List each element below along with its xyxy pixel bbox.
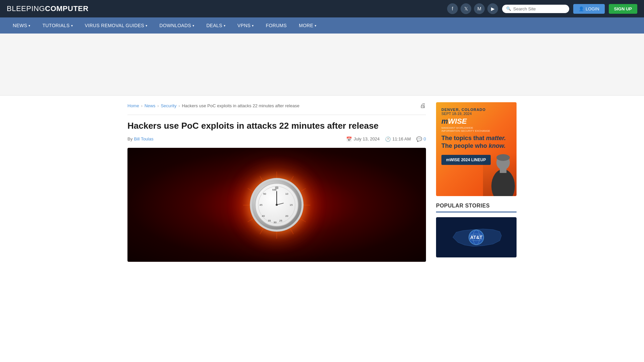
article-date: 📅 July 13, 2024	[346, 136, 379, 142]
stopwatch-face: 5 10 15 20 25 30 35 40 45 50 55	[255, 183, 299, 227]
nav-vpns-label: VPNS	[237, 23, 251, 28]
svg-text:35: 35	[268, 219, 271, 222]
ad-event-name: mWISE	[441, 117, 511, 126]
nav-forums-label: FORUMS	[266, 23, 287, 28]
signup-button[interactable]: SIGN UP	[609, 4, 637, 14]
clock-icon: 🕐	[385, 136, 391, 142]
nav-deals-label: DEALS	[206, 23, 222, 28]
search-input[interactable]	[513, 6, 565, 11]
login-label: LOGIN	[586, 6, 599, 11]
svg-point-17	[496, 154, 510, 161]
breadcrumb: Home › News › Security › Hackers use PoC…	[127, 102, 426, 115]
login-button[interactable]: 👤 LOGIN	[573, 4, 604, 14]
ad-tagline-1: The topics that	[441, 135, 484, 141]
logo-prefix: BLEEPING	[7, 4, 45, 13]
svg-point-18	[491, 169, 515, 196]
site-logo[interactable]: BLEEPINGCOMPUTER	[7, 4, 89, 13]
twitter-icon[interactable]: 𝕏	[461, 3, 471, 14]
svg-rect-19	[500, 168, 506, 173]
chevron-down-icon: ▾	[224, 24, 225, 27]
article-author-area: By Bill Toulas	[127, 136, 153, 141]
comment-icon: 💬	[416, 136, 422, 142]
nav-more[interactable]: MORE ▾	[293, 17, 323, 34]
nav-virus-removal[interactable]: VIRUS REMOVAL GUIDES ▾	[79, 17, 153, 34]
stopwatch-image: 5 10 15 20 25 30 35 40 45 50 55	[250, 178, 304, 232]
nav-vpns[interactable]: VPNS ▾	[231, 17, 260, 34]
svg-text:40: 40	[262, 215, 265, 218]
nav-bar: NEWS ▾ TUTORIALS ▾ VIRUS REMOVAL GUIDES …	[0, 17, 644, 34]
author-link[interactable]: Bill Toulas	[134, 136, 153, 141]
ad-tagline-highlight2: know.	[489, 142, 505, 149]
svg-text:15: 15	[290, 203, 293, 206]
breadcrumb-sep-2: ›	[157, 104, 159, 108]
ad-person-image	[483, 153, 517, 196]
header-right: f 𝕏 M ▶ 🔍 👤 LOGIN SIGN UP	[447, 3, 637, 14]
comments-count: 0	[424, 136, 426, 141]
main-container: Home › News › Security › Hackers use PoC…	[121, 96, 523, 268]
sidebar-ad[interactable]: DENVER, COLORADO SEPT 18-19, 2024 mWISE …	[436, 102, 517, 196]
svg-rect-15	[275, 186, 278, 189]
svg-text:AT&T: AT&T	[470, 235, 483, 240]
article-hero-image: 5 10 15 20 25 30 35 40 45 50 55	[127, 148, 426, 262]
article-time: 🕐 11:16 AM	[385, 136, 411, 142]
chevron-down-icon: ▾	[315, 24, 316, 27]
nav-virus-label: VIRUS REMOVAL GUIDES	[85, 23, 144, 28]
nav-more-label: MORE	[299, 23, 313, 28]
nav-news-label: NEWS	[13, 23, 27, 28]
calendar-icon: 📅	[346, 136, 352, 142]
ad-org: MANDIANT WORLDWIDE INFORMATION SECURITY …	[441, 126, 511, 132]
article-meta: By Bill Toulas 📅 July 13, 2024 🕐 11:16 A…	[127, 136, 426, 142]
chevron-down-icon: ▾	[71, 24, 73, 27]
breadcrumb-security[interactable]: Security	[161, 103, 176, 108]
att-map-image: AT&T	[446, 222, 506, 252]
ad-event-m: m	[441, 117, 448, 125]
popular-stories: POPULAR STORIES AT&T	[436, 203, 517, 257]
search-icon: 🔍	[506, 6, 511, 11]
svg-point-14	[276, 204, 278, 206]
time-value: 11:16 AM	[392, 136, 411, 141]
content-area: Home › News › Security › Hackers use PoC…	[127, 102, 426, 262]
user-icon: 👤	[579, 6, 584, 11]
article-comments[interactable]: 💬 0	[416, 136, 426, 142]
print-icon[interactable]: 🖨	[420, 102, 426, 109]
search-bar[interactable]: 🔍	[502, 5, 569, 13]
article-title: Hackers use PoC exploits in attacks 22 m…	[127, 120, 426, 132]
nav-deals[interactable]: DEALS ▾	[200, 17, 231, 34]
ad-tagline: The topics that matter. The people who k…	[441, 134, 511, 150]
nav-tutorials[interactable]: TUTORIALS ▾	[37, 17, 79, 34]
nav-downloads[interactable]: DOWNLOADS ▾	[153, 17, 200, 34]
mastodon-icon[interactable]: M	[474, 3, 485, 14]
svg-text:20: 20	[285, 215, 288, 218]
youtube-icon[interactable]: ▶	[487, 3, 498, 14]
ad-tagline-2: The people who	[441, 142, 487, 149]
ad-org-line2: INFORMATION SECURITY EXCHANGE	[441, 129, 511, 132]
facebook-icon[interactable]: f	[447, 3, 458, 14]
breadcrumb-home[interactable]: Home	[127, 103, 139, 108]
chevron-down-icon: ▾	[29, 24, 30, 27]
svg-text:10: 10	[285, 192, 288, 195]
popular-story-att[interactable]: AT&T	[436, 217, 517, 257]
article-meta-right: 📅 July 13, 2024 🕐 11:16 AM 💬 0	[346, 136, 426, 142]
breadcrumb-sep-3: ›	[178, 104, 180, 108]
top-header: BLEEPINGCOMPUTER f 𝕏 M ▶ 🔍 👤 LOGIN SIGN …	[0, 0, 644, 17]
breadcrumb-current: Hackers use PoC exploits in attacks 22 m…	[182, 103, 299, 108]
logo-suffix: COMPUTER	[45, 4, 89, 13]
svg-text:45: 45	[260, 203, 263, 206]
breadcrumb-news[interactable]: News	[145, 103, 156, 108]
by-label: By	[127, 136, 132, 141]
breadcrumb-sep-1: ›	[141, 104, 143, 108]
ad-dates: SEPT 18-19, 2024	[441, 112, 511, 116]
nav-downloads-label: DOWNLOADS	[159, 23, 191, 28]
sidebar: DENVER, COLORADO SEPT 18-19, 2024 mWISE …	[436, 102, 517, 262]
nav-forums[interactable]: FORUMS	[260, 17, 293, 34]
ad-banner	[0, 34, 644, 96]
ad-tagline-highlight1: matter.	[486, 135, 506, 141]
svg-text:50: 50	[263, 192, 266, 195]
nav-tutorials-label: TUTORIALS	[43, 23, 70, 28]
ad-org-line1: MANDIANT WORLDWIDE	[441, 126, 511, 129]
social-icons: f 𝕏 M ▶	[447, 3, 498, 14]
chevron-down-icon: ▾	[146, 24, 147, 27]
nav-news[interactable]: NEWS ▾	[7, 17, 37, 34]
svg-text:30: 30	[274, 221, 277, 224]
date-value: July 13, 2024	[354, 136, 379, 141]
